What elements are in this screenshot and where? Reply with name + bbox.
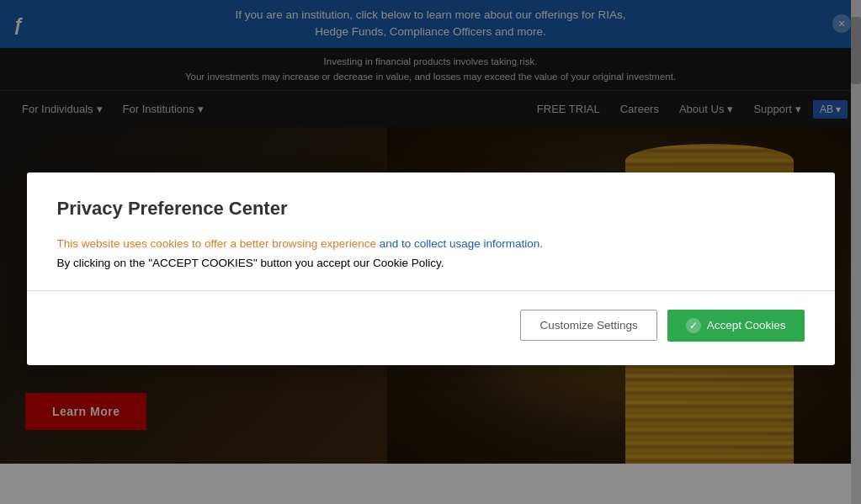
cookie-modal-actions: Customize Settings ✓ Accept Cookies [57,310,805,342]
check-icon: ✓ [686,318,701,333]
cookie-modal-body: This website uses cookies to offer a bet… [57,235,805,273]
cookie-text-orange: This website uses cookies to offer a bet… [57,237,376,250]
cookie-modal-title: Privacy Preference Center [57,198,805,220]
customize-settings-button[interactable]: Customize Settings [520,310,656,341]
accept-label: Accept Cookies [707,319,786,332]
cookie-preference-modal: Privacy Preference Center This website u… [27,172,835,365]
accept-cookies-button[interactable]: ✓ Accept Cookies [667,310,805,342]
modal-overlay: Privacy Preference Center This website u… [0,0,861,504]
cookie-text-blue: and to collect usage information. [380,237,543,250]
cookie-modal-divider [27,290,835,291]
cookie-text-line2: By clicking on the "ACCEPT COOKIES" butt… [57,257,444,269]
